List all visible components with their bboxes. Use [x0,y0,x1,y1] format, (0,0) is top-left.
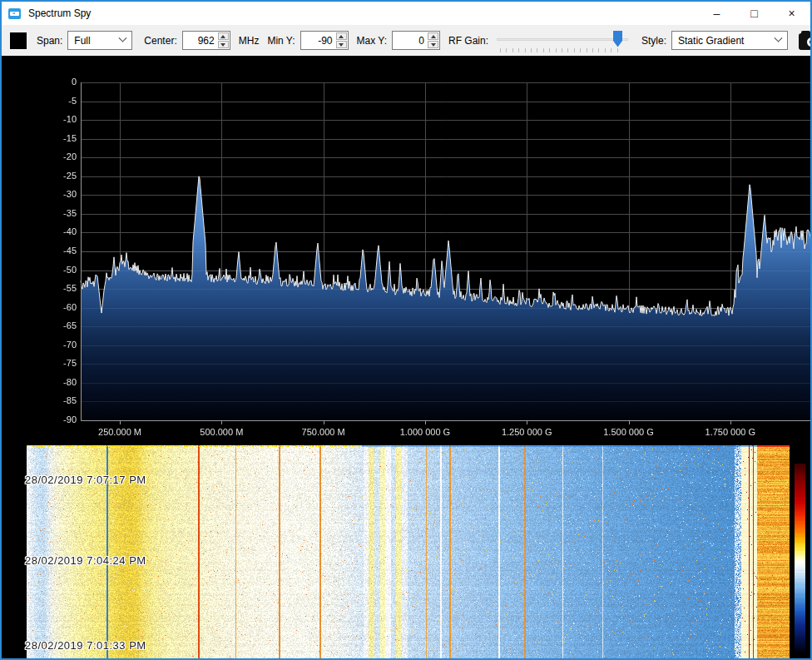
down-arrow-icon [339,43,344,47]
waterfall-timestamp: 28/02/2019 7:01:33 PM [25,639,146,652]
waterfall-timestamp: 28/02/2019 7:07:17 PM [25,474,146,486]
up-arrow-icon [220,35,225,38]
center-spin-up-button[interactable] [218,32,229,40]
center-value[interactable]: 962 [183,32,217,49]
maximize-button[interactable]: □ [735,2,773,25]
chevron-down-icon [775,34,783,42]
span-value: Full [74,35,90,47]
span-label: Span: [37,35,62,47]
min-y-spin-up-button[interactable] [336,32,347,40]
max-y-input[interactable]: 0 [392,31,440,50]
center-spin-down-button[interactable] [218,41,229,48]
slider-track[interactable] [497,38,628,41]
minimize-button[interactable]: – [698,2,735,25]
close-button[interactable]: × [773,2,810,25]
min-y-label: Min Y: [267,35,295,47]
window-controls: – □ × [698,2,810,25]
window-title: Spectrum Spy [28,7,91,19]
max-y-spin-up-button[interactable] [428,32,438,40]
center-unit-label: MHz [239,35,260,47]
span-dropdown[interactable]: Full [67,31,132,50]
center-input[interactable]: 962 [182,31,230,50]
spectrum-plot [3,56,812,445]
max-y-label: Max Y: [357,35,387,47]
style-dropdown[interactable]: Static Gradient [671,31,788,50]
min-y-input[interactable]: -90 [300,31,349,50]
rf-gain-slider[interactable] [495,27,630,54]
color-swatch-button[interactable] [10,32,27,49]
rf-gain-label: RF Gain: [448,35,488,47]
app-icon [8,8,21,19]
min-y-value[interactable]: -90 [301,32,335,49]
max-y-spin-down-button[interactable] [428,41,438,48]
up-arrow-icon [431,35,436,38]
down-arrow-icon [220,43,225,47]
up-arrow-icon [339,35,344,38]
slider-ticks [500,48,623,52]
spectrum-spy-window: Spectrum Spy – □ × Span: Full Center: 96… [0,0,812,660]
min-y-spin-down-button[interactable] [336,41,347,48]
slider-thumb[interactable] [613,31,622,47]
chevron-down-icon [119,34,127,42]
style-label: Style: [641,35,666,47]
screenshot-camera-button[interactable] [798,31,812,51]
down-arrow-icon [431,43,436,47]
max-y-value[interactable]: 0 [393,32,427,49]
title-bar: Spectrum Spy – □ × [2,2,810,25]
toolbar: Span: Full Center: 962 MHz Min Y: -90 Ma… [2,25,810,56]
center-label: Center: [144,35,176,47]
style-value: Static Gradient [678,35,744,47]
waterfall-timestamp: 28/02/2019 7:04:24 PM [25,554,146,567]
